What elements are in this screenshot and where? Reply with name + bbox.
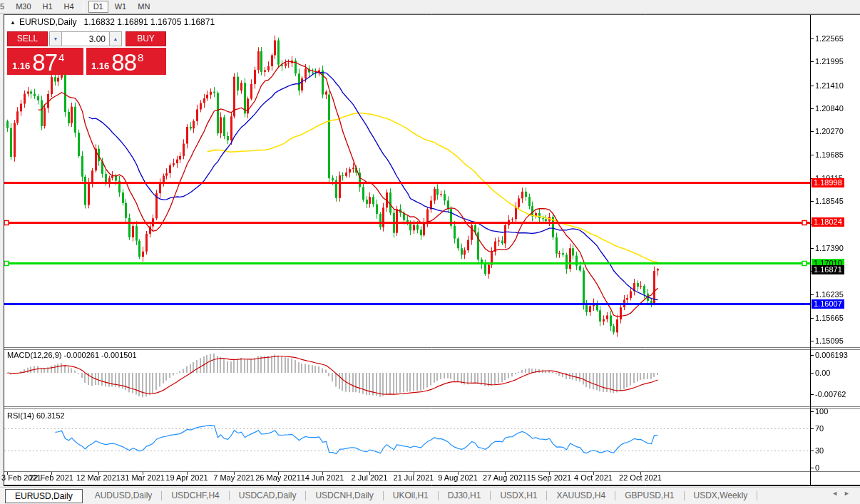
symbol-tab-bar: EURUSD,DailyAUDUSD,DailyUSDCHF,H4USDCAD,… <box>0 487 860 504</box>
rsi-axis-tick-label: 30 <box>815 446 824 455</box>
symbol-tab-usdchf[interactable]: USDCHF,H4 <box>162 489 228 503</box>
timeframe-button-w1[interactable]: W1 <box>110 1 132 13</box>
symbol-tab-dj30[interactable]: DJ30,H1 <box>439 489 491 503</box>
trade-panel-controls: SELL ▼ ▲ BUY <box>7 31 166 46</box>
hline-price-tag: 1.18024 <box>812 217 844 227</box>
price-axis-tick-label: 1.19685 <box>815 150 844 159</box>
ask-price-small: 1.16 <box>91 61 109 71</box>
symbol-tab-xauusd[interactable]: XAUUSD,H4 <box>547 489 615 503</box>
symbol-tab-usdx[interactable]: USDX,H1 <box>491 489 546 503</box>
date-axis-label: 22 Oct 2021 <box>619 473 662 482</box>
current-price-tag: 1.16871 <box>812 265 844 274</box>
price-axis-tick-label: 1.22565 <box>815 34 844 43</box>
price-axis-tick-label: 1.16235 <box>815 290 844 299</box>
date-axis-label: 7 May 2021 <box>213 473 254 482</box>
symbol-tab-usdcnh[interactable]: USDCNH,Daily <box>306 489 382 503</box>
one-click-trade-panel: SELL ▼ ▲ BUY 1.16 87 4 1.16 88 8 <box>7 31 166 75</box>
date-axis-label: 9 Aug 2021 <box>438 473 478 482</box>
symbol-tab-ukoil[interactable]: UKOil,H1 <box>384 489 438 503</box>
price-chart-canvas[interactable] <box>0 0 860 504</box>
trade-panel-quotes: 1.16 87 4 1.16 88 8 <box>7 48 166 75</box>
date-axis-label: 22 Feb 2021 <box>29 473 73 482</box>
volume-input[interactable] <box>62 31 109 46</box>
timeframe-button-h4[interactable]: H4 <box>59 1 79 13</box>
date-axis-label: 4 Oct 2021 <box>574 473 613 482</box>
tab-scroll-right-icon[interactable]: ► <box>844 490 856 497</box>
macd-axis-tick-label: 0.00 <box>815 369 830 377</box>
date-axis-label: 2 Jul 2021 <box>352 473 388 482</box>
price-axis-tick-label: 1.21410 <box>815 81 844 90</box>
hline-price-tag: 1.18998 <box>812 178 844 187</box>
volume-decrease-icon[interactable]: ▼ <box>49 31 62 46</box>
symbol-tab-gbpusd[interactable]: GBPUSD,H1 <box>615 489 683 503</box>
timeframe-button-h1[interactable]: H1 <box>38 1 58 13</box>
macd-axis-tick-label: 0.006193 <box>815 351 848 359</box>
collapse-panel-icon[interactable]: ▲ <box>10 19 16 26</box>
chart-ohlc-values: 1.16832 1.16891 1.16705 1.16871 <box>84 17 215 27</box>
date-axis-label: 19 Apr 2021 <box>165 473 208 482</box>
symbol-tab-usdcad[interactable]: USDCAD,Daily <box>230 489 306 503</box>
date-axis-label: 14 Jun 2021 <box>301 473 344 482</box>
price-axis-tick-label: 1.21995 <box>815 57 844 66</box>
trading-platform-screen: 5M30H1H4D1W1MN ▲EURUSD,Daily1.16832 1.16… <box>0 0 860 504</box>
rsi-axis-tick-label: 70 <box>815 424 824 433</box>
ask-price-big: 88 <box>111 52 136 73</box>
date-axis-label: 27 Aug 2021 <box>483 473 527 482</box>
macd-axis-tick-label: -0.00762 <box>815 390 846 398</box>
symbol-tab-audusd[interactable]: AUDUSD,Daily <box>86 489 162 503</box>
symbol-tab-usdx[interactable]: USDX,Weekly <box>685 489 757 503</box>
rsi-axis-tick-label: 100 <box>815 407 828 416</box>
bid-price-pip: 4 <box>58 51 64 63</box>
date-axis-label: 21 Jul 2021 <box>394 473 434 482</box>
bid-price-display[interactable]: 1.16 87 4 <box>7 48 83 75</box>
date-axis-label: 26 May 2021 <box>255 473 301 482</box>
timeframe-toolbar: 5M30H1H4D1W1MN <box>0 0 860 14</box>
tab-scroll-arrows: ◄► <box>831 490 856 497</box>
buy-button[interactable]: BUY <box>126 31 166 46</box>
timeframe-button-m30[interactable]: M30 <box>11 1 36 13</box>
timeframe-button-mn[interactable]: MN <box>133 1 155 13</box>
ask-price-display[interactable]: 1.16 88 8 <box>86 48 166 75</box>
toolbar-separator <box>83 1 84 12</box>
timeframe-button-d1[interactable]: D1 <box>88 1 108 13</box>
chart-title: ▲EURUSD,Daily1.16832 1.16891 1.16705 1.1… <box>10 17 215 27</box>
price-axis-tick-label: 1.15665 <box>815 314 844 322</box>
volume-increase-icon[interactable]: ▲ <box>109 31 122 46</box>
hline-price-tag: 1.16007 <box>812 299 844 309</box>
price-axis-tick-label: 1.15095 <box>815 336 844 345</box>
price-axis-tick-label: 1.20270 <box>815 127 844 135</box>
tab-scroll-left-icon[interactable]: ◄ <box>831 490 844 497</box>
chart-symbol-label: EURUSD,Daily <box>19 17 77 27</box>
sell-button[interactable]: SELL <box>7 31 48 46</box>
symbol-tab-eurusd[interactable]: EURUSD,Daily <box>5 489 83 503</box>
date-axis-label: 12 Mar 2021 <box>76 473 121 482</box>
date-axis-label: 15 Sep 2021 <box>527 473 571 482</box>
tab-divider <box>757 491 757 500</box>
price-axis-tick-label: 1.18545 <box>815 197 844 205</box>
bid-price-small: 1.16 <box>12 61 30 71</box>
rsi-indicator-label: RSI(14) 60.3152 <box>7 411 65 420</box>
rsi-axis-tick-label: 0 <box>815 463 819 472</box>
price-axis-tick-label: 1.20840 <box>815 104 844 113</box>
timeframe-button-5[interactable]: 5 <box>0 1 9 13</box>
macd-indicator-label: MACD(12,26,9) -0.000261 -0.001501 <box>7 351 137 359</box>
bid-price-big: 87 <box>32 52 57 73</box>
price-axis-tick-label: 1.17390 <box>815 244 844 252</box>
date-axis-label: 31 Mar 2021 <box>121 473 165 482</box>
ask-price-pip: 8 <box>138 51 143 63</box>
